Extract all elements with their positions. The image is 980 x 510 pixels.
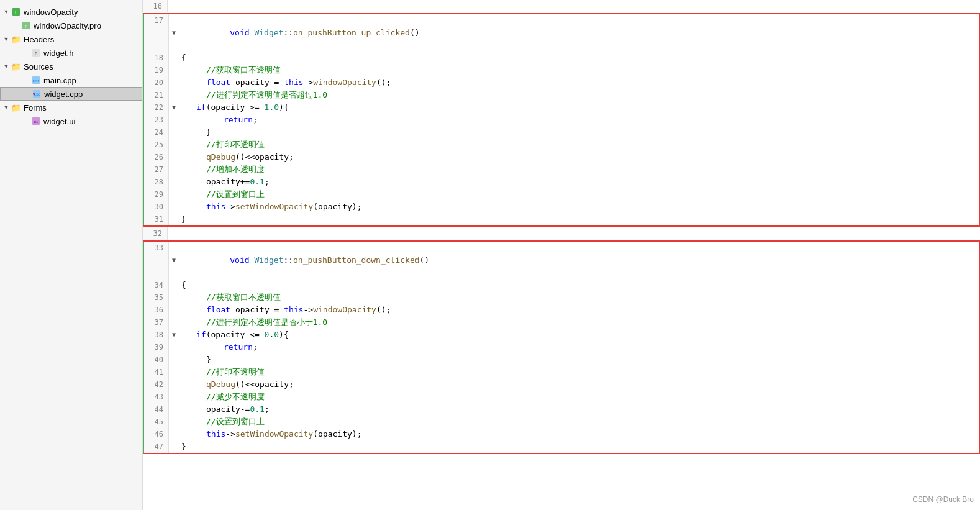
code-line-41: 41 //打印不透明值 — [144, 366, 979, 378]
code-line-23: 23 return; — [144, 114, 979, 126]
code-line-20: 20 float opacity = this->windowOpacity()… — [144, 76, 979, 89]
widget-cpp-icon: cpp — [32, 89, 42, 99]
svg-text:P: P — [15, 10, 17, 15]
code-line-42: 42 qDebug()<<opacity; — [144, 378, 979, 391]
code-line-17: 17 ▼ void Widget::on_pushButton_up_click… — [144, 14, 979, 52]
project-label: windowOpacity — [24, 7, 78, 17]
sidebar-item-forms[interactable]: ▼ 📁 Forms — [0, 101, 142, 114]
code-line-24: 24 } — [144, 126, 979, 139]
sidebar-item-sources[interactable]: ▼ 📁 Sources — [0, 60, 142, 73]
code-line-34: 34 { — [144, 279, 979, 291]
widget-h-label: widget.h — [43, 48, 73, 58]
sidebar-item-widget-ui[interactable]: ui widget.ui — [0, 114, 142, 128]
sidebar-item-headers[interactable]: ▼ 📁 Headers — [0, 32, 142, 46]
spacer — [22, 76, 30, 84]
code-line-27: 27 //增加不透明度 — [144, 163, 979, 176]
project-icon: P — [11, 7, 21, 17]
sources-label: Sources — [24, 62, 53, 71]
code-line-16: 16 — [143, 0, 980, 12]
code-line-38: 38 ▼ if(opacity <= 0.0){ — [144, 329, 979, 341]
code-line-32: 32 — [143, 227, 980, 240]
code-line-47: 47 } — [144, 440, 979, 453]
chevron-down-icon: ▼ — [2, 8, 10, 16]
code-line-45: 45 //设置到窗口上 — [144, 416, 979, 428]
widget-ui-label: widget.ui — [43, 117, 75, 126]
code-line-26: 26 qDebug()<<opacity; — [144, 151, 979, 163]
pro-file-label: windowOpacity.pro — [34, 21, 101, 30]
code-line-46: 46 this->setWindowOpacity(opacity); — [144, 428, 979, 440]
spacer — [12, 22, 20, 29]
headers-label: Headers — [24, 35, 54, 44]
chevron-down-icon-forms: ▼ — [2, 104, 10, 111]
code-line-40: 40 } — [144, 353, 979, 366]
chevron-down-icon-headers: ▼ — [2, 35, 10, 43]
forms-folder-icon: 📁 — [11, 102, 21, 112]
svg-text:cpp: cpp — [34, 92, 41, 97]
main-cpp-label: main.cpp — [43, 76, 76, 85]
code-line-18: 18 { — [144, 52, 979, 64]
code-line-36: 36 float opacity = this->windowOpacity()… — [144, 304, 979, 316]
svg-text:c++: c++ — [33, 78, 40, 83]
spacer — [22, 117, 30, 125]
code-block-down: 33 ▼ void Widget::on_pushButton_down_cli… — [143, 240, 980, 454]
main-cpp-icon: c++ — [31, 75, 41, 85]
watermark: CSDN @Duck Bro — [912, 495, 974, 504]
sidebar-item-project[interactable]: ▼ P windowOpacity — [0, 5, 142, 19]
code-line-43: 43 //减少不透明度 — [144, 391, 979, 403]
sidebar-item-widget-cpp[interactable]: cpp widget.cpp — [0, 87, 142, 101]
svg-text:p: p — [25, 24, 27, 29]
spacer — [23, 90, 30, 98]
sidebar: ▼ P windowOpacity p windowOpacity.pro ▼ … — [0, 0, 143, 510]
code-line-37: 37 //进行判定不透明值是否小于1.0 — [144, 316, 979, 329]
code-block-up: 17 ▼ void Widget::on_pushButton_up_click… — [143, 13, 980, 227]
h-file-icon: h — [31, 48, 41, 58]
sidebar-item-widget-h[interactable]: h widget.h — [0, 46, 142, 60]
ui-file-icon: ui — [31, 116, 41, 126]
widget-cpp-label: widget.cpp — [44, 89, 83, 99]
code-line-31: 31 } — [144, 213, 979, 225]
svg-text:ui: ui — [34, 119, 39, 124]
code-line-28: 28 opacity+=0.1; — [144, 176, 979, 188]
pro-file-icon: p — [21, 20, 31, 30]
code-editor[interactable]: 16 17 ▼ void Widget::on_pushButton_up_cl… — [143, 0, 980, 510]
code-line-44: 44 opacity-=0.1; — [144, 403, 979, 416]
sidebar-item-pro[interactable]: p windowOpacity.pro — [0, 19, 142, 32]
code-line-35: 35 //获取窗口不透明值 — [144, 291, 979, 304]
sidebar-item-main-cpp[interactable]: c++ main.cpp — [0, 73, 142, 87]
code-line-25: 25 //打印不透明值 — [144, 139, 979, 151]
code-line-21: 21 //进行判定不透明值是否超过1.0 — [144, 89, 979, 101]
sources-folder-icon: 📁 — [11, 61, 21, 71]
code-line-19: 19 //获取窗口不透明值 — [144, 64, 979, 76]
headers-folder-icon: 📁 — [11, 34, 21, 44]
code-line-30: 30 this->setWindowOpacity(opacity); — [144, 201, 979, 213]
code-line-22: 22 ▼ if(opacity >= 1.0){ — [144, 101, 979, 114]
code-line-33: 33 ▼ void Widget::on_pushButton_down_cli… — [144, 242, 979, 279]
chevron-down-icon-sources: ▼ — [2, 63, 10, 70]
code-line-39: 39 return; — [144, 341, 979, 353]
forms-label: Forms — [24, 103, 47, 112]
code-line-29: 29 //设置到窗口上 — [144, 188, 979, 201]
svg-text:h: h — [35, 51, 37, 56]
code-content: 16 17 ▼ void Widget::on_pushButton_up_cl… — [143, 0, 980, 510]
spacer — [22, 49, 30, 57]
